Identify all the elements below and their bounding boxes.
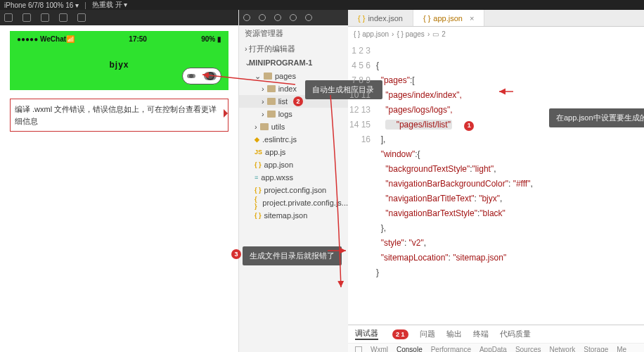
breadcrumb[interactable]: { } app.json › { } pages › ▭ 2	[348, 27, 644, 41]
inspect-icon[interactable]	[355, 346, 362, 353]
subtab-wxml[interactable]: Wxml	[371, 346, 388, 352]
panel-tab-debugger[interactable]: 调试器	[355, 328, 378, 340]
nav-back-icon[interactable]	[4, 13, 13, 22]
file-projectprivate[interactable]: { }project.private.config.js...	[239, 196, 348, 209]
battery-label: 90% ▮	[201, 35, 221, 43]
subtab-appdata[interactable]: AppData	[479, 346, 507, 352]
icon[interactable]	[290, 14, 297, 21]
file-appjs[interactable]: JSapp.js	[239, 146, 348, 158]
file-sitemap[interactable]: { }sitemap.json	[239, 209, 348, 222]
subtab-console[interactable]: Console	[397, 346, 423, 352]
home-icon[interactable]	[59, 13, 67, 22]
file-eslintrc[interactable]: ◆.eslintrc.js	[239, 133, 348, 146]
annotation-badge-2: 2	[293, 96, 303, 106]
panel-tab-output[interactable]: 输出	[446, 329, 462, 339]
subtab-performance[interactable]: Performance	[431, 346, 471, 352]
bottom-panel: 调试器 2 1 问题 输出 终端 代码质量 Wxml Console Perfo…	[348, 325, 644, 352]
code-area[interactable]: { "pages":[ "pages/index/index", "pages/…	[376, 41, 644, 325]
icon[interactable]	[274, 14, 281, 21]
open-editors-section[interactable]: ›打开的编辑器	[239, 42, 348, 56]
simulator-screen: ●●●●● WeChat📶 17:50 90% ▮ bjyx	[10, 31, 228, 90]
project-section[interactable]: ⌄MINIPROGRAM-1	[239, 56, 348, 70]
compile-error-box: 编译 .wxml 文件错误，错误信息如上，可在控制台查看更详细信息	[10, 99, 228, 132]
capsule-button[interactable]	[182, 68, 221, 84]
clock-label: 17:50	[129, 35, 147, 43]
file-appwxss[interactable]: ≡app.wxss	[239, 171, 348, 184]
close-icon[interactable]: ×	[470, 14, 474, 23]
subtab-sources[interactable]: Sources	[515, 346, 541, 352]
subtab-storage[interactable]: Storage	[584, 346, 608, 352]
annotation-badge-1: 1	[464, 121, 474, 131]
icon[interactable]	[243, 14, 250, 21]
device-strip: iPhone 6/7/8 100% 16 ▾ | 热重载 开 ▾	[0, 0, 644, 10]
carrier-label: ●●●●● WeChat📶	[17, 35, 75, 43]
folder-logs[interactable]: ›logs	[239, 108, 348, 120]
explorer-header: 资源管理器	[239, 25, 348, 42]
line-gutter: 1 2 3 4 5 6 7 8 9 10 11 12 13 14 15 16	[348, 41, 376, 325]
file-appjson[interactable]: { }app.json	[239, 158, 348, 171]
sim-toolbar	[0, 10, 238, 25]
icon[interactable]	[305, 14, 312, 21]
refresh-icon[interactable]	[41, 13, 49, 22]
annotation-tip-1: 在app.json中设置要生成的文件路径和名字	[549, 108, 644, 127]
debugger-badge: 2 1	[392, 329, 408, 339]
panel-tab-terminal[interactable]: 终端	[473, 329, 489, 339]
editor-topbar	[239, 10, 348, 25]
subtab-network[interactable]: Network	[550, 346, 576, 352]
eye-icon[interactable]	[77, 13, 86, 22]
device-select[interactable]: iPhone 6/7/8 100% 16 ▾	[4, 1, 79, 9]
subtab-more[interactable]: Me	[617, 346, 626, 352]
editor-tabs: { }index.json { }app.json×	[348, 10, 644, 27]
file-projectconfig[interactable]: { }project.config.json	[239, 184, 348, 196]
panel-tab-quality[interactable]: 代码质量	[500, 329, 531, 339]
panel-tab-problems[interactable]: 问题	[420, 329, 435, 339]
tab-index-json[interactable]: { }index.json	[348, 10, 413, 26]
hot-reload-toggle[interactable]: 热重载 开 ▾	[92, 0, 128, 10]
tab-app-json[interactable]: { }app.json×	[413, 10, 484, 26]
nav-forward-icon[interactable]	[22, 13, 31, 22]
annotation-tip-3: 3 生成文件目录后就报错了	[243, 246, 342, 265]
icon[interactable]	[259, 14, 266, 21]
folder-utils[interactable]: ›utils	[239, 120, 348, 133]
